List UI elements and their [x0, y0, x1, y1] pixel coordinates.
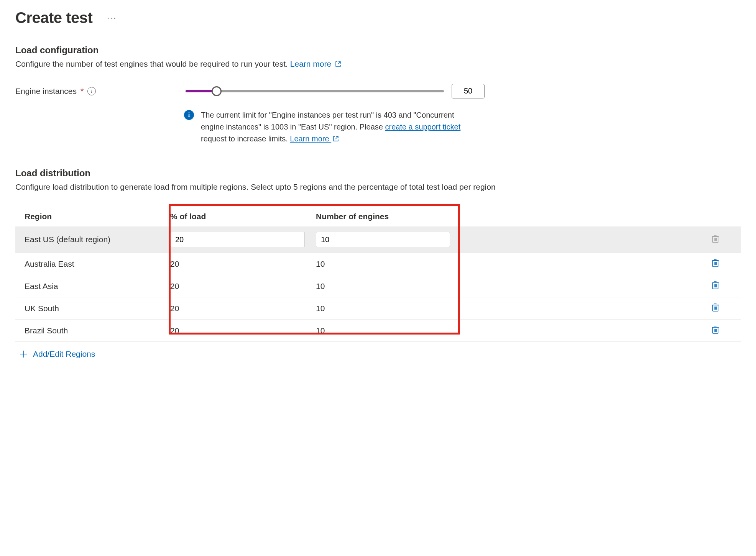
engines-value: 10	[316, 282, 325, 290]
load-distribution-description: Configure load distribution to generate …	[15, 181, 741, 193]
table-header: Region % of load Number of engines	[15, 207, 741, 226]
delete-row-button	[710, 234, 721, 245]
region-name: UK South	[25, 304, 170, 313]
table-row: Brazil South 20 10	[15, 320, 741, 342]
info-tooltip-icon[interactable]: i	[87, 87, 96, 95]
table-row: UK South 20 10	[15, 297, 741, 320]
delete-row-button[interactable]	[710, 281, 721, 292]
col-engines-header: Number of engines	[316, 212, 710, 221]
info-icon: i	[184, 110, 194, 120]
col-region-header: Region	[25, 212, 170, 221]
delete-row-button[interactable]	[710, 325, 721, 336]
engines-value: 10	[316, 259, 325, 268]
engine-instances-slider[interactable]	[186, 87, 444, 96]
percent-load-value: 20	[170, 282, 179, 290]
percent-load-value: 20	[170, 304, 179, 313]
delete-row-button[interactable]	[710, 303, 721, 314]
engines-input[interactable]	[316, 232, 450, 247]
create-support-ticket-link[interactable]: create a support ticket	[385, 123, 460, 131]
engine-instances-label: Engine instances	[15, 87, 77, 96]
region-name: Australia East	[25, 259, 170, 269]
engine-limit-learn-more-link[interactable]: Learn more	[290, 134, 339, 143]
required-indicator: *	[81, 87, 84, 96]
trash-icon	[711, 325, 720, 336]
load-config-title: Load configuration	[15, 45, 741, 56]
more-actions-button[interactable]: ···	[108, 13, 117, 22]
load-config-learn-more-link[interactable]: Learn more	[290, 59, 341, 68]
plus-icon	[19, 350, 28, 358]
load-distribution-title: Load distribution	[15, 168, 741, 179]
load-distribution-table: Region % of load Number of engines East …	[15, 207, 741, 342]
region-name: East Asia	[25, 282, 170, 291]
engine-instances-input[interactable]	[452, 84, 485, 98]
trash-icon	[711, 303, 720, 314]
region-name: Brazil South	[25, 326, 170, 335]
page-title: Create test	[15, 9, 92, 26]
percent-load-input[interactable]	[170, 232, 304, 247]
add-edit-regions-button[interactable]: Add/Edit Regions	[15, 342, 741, 366]
region-name: East US (default region)	[25, 235, 170, 244]
trash-icon	[711, 280, 720, 292]
table-row: Australia East 20 10	[15, 253, 741, 275]
engines-value: 10	[316, 304, 325, 313]
add-edit-regions-label: Add/Edit Regions	[33, 349, 95, 359]
engine-limit-info: The current limit for "Engine instances …	[201, 109, 475, 145]
external-link-icon	[335, 61, 341, 67]
percent-load-value: 20	[170, 326, 179, 335]
delete-row-button[interactable]	[710, 259, 721, 269]
external-link-icon	[333, 136, 339, 142]
table-row: East US (default region)	[15, 226, 741, 253]
col-percent-header: % of load	[170, 212, 316, 221]
table-row: East Asia 20 10	[15, 275, 741, 297]
trash-icon	[711, 234, 720, 245]
load-config-description: Configure the number of test engines tha…	[15, 58, 741, 70]
trash-icon	[711, 258, 720, 269]
engines-value: 10	[316, 326, 325, 335]
percent-load-value: 20	[170, 259, 179, 268]
